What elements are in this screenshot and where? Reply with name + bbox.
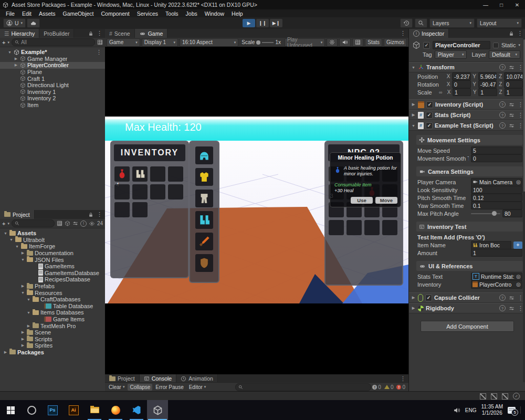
menu-tools[interactable]: Tools (162, 10, 182, 17)
tray-status-icon[interactable]: ✓ (513, 393, 520, 400)
language-indicator[interactable]: ENG (465, 407, 477, 413)
collapse-button[interactable]: Collapse (128, 384, 152, 391)
rigidbody-header[interactable]: ▶ Rigidbody ?⋮ (409, 303, 525, 313)
taskbar-vscode[interactable] (126, 400, 147, 420)
example-test-component-header[interactable]: ▼ # ✓ Example Test (Script) ?⋮ (409, 120, 525, 131)
scale-slider-knob[interactable] (256, 40, 260, 45)
taskbar-clock[interactable]: 11:35 AM 1/1/2026 (481, 404, 503, 417)
tray-sync-disabled-icon[interactable] (502, 393, 508, 400)
foldout-icon[interactable]: ▶ (14, 63, 18, 67)
kebab-menu-icon[interactable]: ⋮ (97, 211, 102, 218)
foldout-icon[interactable]: ▶ (411, 113, 416, 117)
show-desktop-button[interactable] (520, 406, 521, 414)
equip-slot-leggings[interactable] (195, 190, 213, 207)
kebab-menu-icon[interactable]: ⋮ (400, 30, 406, 37)
lock-icon[interactable] (88, 212, 93, 217)
tab-hierarchy[interactable]: ☰ Hierarchy (0, 29, 39, 38)
taskbar-unity[interactable] (147, 400, 168, 420)
project-item-assets[interactable]: ▼Assets (0, 230, 105, 237)
menu-services[interactable]: Services (133, 10, 162, 17)
add-button[interactable]: + (2, 220, 5, 227)
stats-text-object-field[interactable]: T Runtime Stat: ◎ (471, 272, 522, 281)
equip-slot-chestplate[interactable] (195, 168, 213, 186)
rotation-y-field[interactable]: -90.47 (478, 80, 497, 88)
layers-dropdown[interactable]: Layers ▾ (429, 18, 475, 28)
hierarchy-item-example[interactable]: ▼ Example* ⋮ (0, 49, 105, 56)
menu-gameobject[interactable]: GameObject (59, 10, 98, 17)
help-icon[interactable]: ? (499, 305, 506, 311)
presets-icon[interactable] (509, 295, 514, 301)
hierarchy-item-craft-1[interactable]: Craft 1 (0, 75, 105, 82)
hierarchy-item-game-manager[interactable]: ▶ Game Manager (0, 56, 105, 62)
kebab-menu-icon[interactable]: ⋮ (517, 30, 523, 37)
info-count-badge[interactable]: ! 0 (372, 384, 381, 390)
step-button[interactable]: ▶❙ (270, 19, 282, 27)
presets-icon[interactable] (509, 102, 514, 108)
hierarchy-item-inventory-1[interactable]: Inventory 1 (0, 89, 105, 96)
vsync-button[interactable] (352, 38, 363, 47)
equip-slot-helmet[interactable] (195, 146, 213, 164)
maximize-button[interactable]: □ (494, 0, 509, 9)
debug-button[interactable] (327, 38, 338, 47)
project-item-json-files[interactable]: ▼JSON Files (0, 256, 105, 263)
undo-history-button[interactable] (400, 18, 413, 28)
foldout-icon[interactable]: ▼ (411, 66, 416, 69)
menu-edit[interactable]: Edit (18, 10, 35, 17)
project-item-gameitems[interactable]: GameItems (0, 263, 105, 270)
stats-component-header[interactable]: ▶ # ✓ Stats (Script) ?⋮ (409, 110, 525, 120)
layer-dropdown[interactable]: Default ▾ (489, 50, 520, 59)
info-icon[interactable]: ! (80, 220, 87, 227)
inventory-slot[interactable] (168, 166, 183, 182)
tab-probuilder[interactable]: ProBuilder (39, 29, 74, 38)
inventory-component-header[interactable]: ▶ ✓ Inventory (Script) ?⋮ (409, 99, 525, 110)
slider-knob[interactable] (492, 211, 497, 216)
cloud-button[interactable] (27, 18, 40, 28)
static-checkbox[interactable] (493, 43, 499, 48)
tab-project-bottom[interactable]: Project (105, 374, 140, 383)
foldout-icon[interactable]: ▶ (411, 102, 416, 107)
hierarchy-item-item[interactable]: Item (0, 102, 105, 109)
cortana-search-button[interactable] (21, 400, 42, 420)
rotation-x-field[interactable]: 0 (452, 80, 471, 88)
menu-file[interactable]: File (2, 10, 18, 17)
search-button[interactable] (415, 18, 427, 28)
inspector-scrollbar[interactable] (523, 29, 525, 382)
object-picker-icon[interactable]: ◎ (516, 179, 521, 185)
console-search-input[interactable] (235, 383, 371, 391)
component-enabled-checkbox[interactable]: ✓ (426, 101, 433, 108)
warning-count-badge[interactable]: 0 (384, 384, 394, 390)
lock-icon[interactable] (509, 31, 514, 36)
pause-button[interactable]: ❙❙ (256, 19, 269, 27)
project-item-craftdatabases[interactable]: ▼CraftDatabases (0, 296, 105, 303)
taskbar-firefox[interactable] (105, 400, 126, 420)
max-pitch-field[interactable]: 80 (502, 209, 522, 217)
project-item-items-databases[interactable]: ▼Items Databases (0, 309, 105, 316)
project-item-sprites[interactable]: ▶Sprites (0, 342, 105, 349)
help-icon[interactable]: ? (499, 122, 506, 129)
npc-slot[interactable] (364, 220, 380, 235)
inventory-slot[interactable] (168, 184, 183, 200)
volume-icon[interactable] (453, 407, 460, 414)
presets-icon[interactable] (509, 65, 514, 70)
pitch-smooth-field[interactable]: 0.12 (471, 194, 522, 202)
label-icon[interactable] (72, 220, 78, 226)
help-icon[interactable]: ? (499, 112, 506, 118)
close-button[interactable]: ✕ (509, 0, 525, 9)
look-sensitivity-field[interactable]: 100 (471, 186, 522, 194)
help-icon[interactable]: ? (499, 64, 506, 70)
foldout-icon[interactable]: ▼ (7, 50, 12, 54)
equip-slot-boots[interactable] (195, 211, 213, 229)
npc-slot[interactable] (382, 220, 397, 235)
object-picker-icon[interactable]: ◎ (516, 274, 521, 279)
component-enabled-checkbox[interactable]: ✓ (425, 295, 432, 301)
active-checkbox[interactable]: ✓ (423, 42, 430, 49)
menu-jobs[interactable]: Jobs (182, 10, 201, 17)
add-item-button[interactable]: + (513, 242, 522, 249)
position-z-field[interactable]: 10.074 (504, 72, 523, 80)
error-pause-button[interactable]: Error Pause (153, 384, 185, 391)
gizmos-dropdown[interactable]: Gizmos (384, 38, 407, 47)
notification-center-button[interactable]: 5 (508, 407, 516, 414)
add-button[interactable]: + (2, 39, 5, 46)
project-item-packages[interactable]: ▶Packages (0, 349, 105, 356)
inventory-slot-potion[interactable]: 4 (114, 166, 130, 182)
